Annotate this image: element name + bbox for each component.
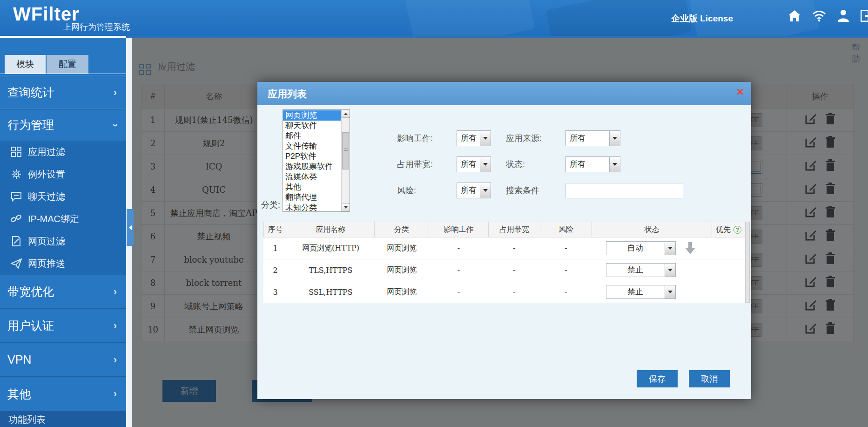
sidebar-item-bandwidth[interactable]: 带宽优化 ›	[0, 275, 126, 309]
sidebar-collapse-handle[interactable]	[127, 209, 134, 246]
source-filter-select[interactable]: 所有	[565, 130, 620, 146]
status-filter-label: 状态:	[506, 156, 525, 172]
listbox-item[interactable]: 邮件	[283, 131, 342, 141]
chat-icon	[10, 191, 22, 202]
help-icon[interactable]: ?	[733, 226, 741, 234]
listbox-item[interactable]: 未知分类	[283, 203, 342, 212]
header-decoration	[405, 0, 535, 36]
table-scrollbar[interactable]	[745, 222, 750, 303]
category-listbox[interactable]: 网页浏览 聊天软件 邮件 文件传输 P2P软件 游戏股票软件 流媒体类 其他 翻…	[283, 109, 350, 212]
scrollbar-thumb[interactable]	[342, 132, 349, 169]
application-window: WFilter 上网行为管理系统 企业版 License	[0, 0, 868, 427]
listbox-item[interactable]: 网页浏览	[283, 110, 342, 121]
divider	[0, 74, 126, 74]
priority-down-icon[interactable]	[685, 242, 695, 254]
dropdown-arrow-icon[interactable]	[480, 183, 491, 198]
logout-icon[interactable]	[861, 10, 868, 22]
impact-filter-label: 影响工作:	[397, 130, 433, 146]
home-icon[interactable]	[788, 10, 801, 22]
sidebar-item-ip-mac-binding[interactable]: IP-MAC绑定	[0, 208, 126, 230]
app-row: 1 网页浏览(HTTP) 网页浏览 - - - 自动	[264, 237, 746, 259]
app-row: 3 SSL,HTTPS 网页浏览 - - - 禁止	[264, 281, 746, 303]
app-status-select[interactable]: 自动	[606, 241, 676, 255]
app-row: 2 TLS,HTTPS 网页浏览 - - - 禁止	[264, 259, 746, 281]
chevron-right-icon: ›	[114, 286, 117, 298]
dropdown-arrow-icon[interactable]	[609, 157, 620, 172]
app-table-header: 序号 应用名称 分类 影响工作 占用带宽 风险 状态 优先?	[264, 222, 746, 237]
search-label: 搜索条件	[506, 183, 539, 198]
dialog-titlebar: 应用列表 ×	[257, 82, 751, 105]
chevron-right-icon: ›	[114, 320, 117, 332]
dropdown-arrow-icon[interactable]	[665, 242, 675, 255]
sidebar-navigation: 模块 配置 查询统计 › 行为管理 › 应用过滤 例外设置	[0, 36, 126, 427]
save-button[interactable]: 保存	[637, 370, 678, 387]
bandwidth-filter-select[interactable]: 所有	[457, 156, 491, 172]
sidebar-footer-feature-list[interactable]: 功能列表	[0, 411, 126, 427]
search-input[interactable]	[565, 183, 683, 198]
app-header: WFilter 上网行为管理系统 企业版 License	[0, 0, 868, 36]
risk-filter-label: 风险:	[397, 183, 416, 198]
listbox-scrollbar[interactable]	[341, 110, 350, 211]
status-filter-select[interactable]: 所有	[565, 156, 620, 172]
sidebar-tab-modules[interactable]: 模块	[5, 55, 46, 74]
chevron-down-icon: ›	[109, 123, 121, 127]
dropdown-arrow-icon[interactable]	[480, 157, 491, 172]
app-table: 序号 应用名称 分类 影响工作 占用带宽 风险 状态 优先? 1 网页浏览(HT…	[263, 222, 746, 303]
webpage-icon	[10, 236, 22, 247]
listbox-item[interactable]: 游戏股票软件	[283, 162, 342, 172]
app-tagline: 上网行为管理系统	[63, 21, 130, 33]
sidebar-item-web-push[interactable]: 网页推送	[0, 252, 126, 275]
link-icon	[10, 213, 22, 224]
listbox-item[interactable]: 聊天软件	[283, 121, 342, 131]
cancel-button[interactable]: 取消	[689, 370, 730, 387]
dropdown-arrow-icon[interactable]	[480, 131, 491, 146]
sidebar-item-other[interactable]: 其他 ›	[0, 377, 126, 411]
listbox-item[interactable]: 流媒体类	[283, 172, 342, 182]
dropdown-arrow-icon[interactable]	[609, 131, 620, 146]
sidebar-item-user-auth[interactable]: 用户认证 ›	[0, 309, 126, 343]
user-icon[interactable]	[837, 9, 849, 22]
sidebar-item-chat-filter[interactable]: 聊天过滤	[0, 185, 126, 208]
bandwidth-filter-label: 占用带宽:	[397, 156, 433, 172]
listbox-item[interactable]: 翻墙代理	[283, 192, 342, 203]
close-icon[interactable]: ×	[737, 86, 744, 98]
listbox-item[interactable]: 文件传输	[283, 141, 342, 151]
chevron-right-icon: ›	[114, 388, 117, 400]
sidebar-item-vpn[interactable]: VPN ›	[0, 343, 126, 377]
dropdown-arrow-icon[interactable]	[665, 285, 675, 298]
category-label: 分类:	[261, 199, 280, 210]
chevron-right-icon: ›	[114, 354, 117, 366]
license-label: 企业版 License	[671, 13, 733, 25]
app-list-dialog: 应用列表 × 网页浏览 聊天软件 邮件 文件传输 P2P软件 游戏股票软件 流媒…	[257, 82, 751, 399]
behavior-submenu: 应用过滤 例外设置 聊天过滤 IP-MAC绑定	[0, 141, 126, 275]
wifi-icon[interactable]	[812, 10, 826, 22]
app-status-select[interactable]: 禁止	[606, 263, 676, 277]
send-icon	[10, 258, 22, 269]
app-status-select[interactable]: 禁止	[606, 285, 676, 299]
grid-icon	[10, 146, 22, 157]
sidebar-item-web-filter[interactable]: 网页过滤	[0, 230, 126, 252]
gear-icon	[10, 169, 22, 180]
sidebar-item-app-filter[interactable]: 应用过滤	[0, 141, 126, 163]
sidebar-item-query-stats[interactable]: 查询统计 ›	[0, 75, 126, 109]
dialog-title: 应用列表	[268, 88, 307, 101]
sidebar-item-exceptions[interactable]: 例外设置	[0, 163, 126, 185]
source-filter-label: 应用来源:	[506, 130, 542, 146]
risk-filter-select[interactable]: 所有	[457, 183, 491, 198]
scroll-down-icon[interactable]	[342, 203, 350, 211]
header-decoration	[545, 0, 693, 36]
sidebar-tab-config[interactable]: 配置	[47, 55, 88, 74]
listbox-item[interactable]: 其他	[283, 182, 342, 192]
chevron-right-icon: ›	[114, 87, 117, 99]
impact-filter-select[interactable]: 所有	[457, 130, 491, 146]
sidebar-item-behavior-mgmt[interactable]: 行为管理 ›	[0, 108, 126, 142]
dropdown-arrow-icon[interactable]	[665, 264, 675, 277]
listbox-item[interactable]: P2P软件	[283, 151, 342, 162]
scroll-up-icon[interactable]	[342, 110, 350, 118]
